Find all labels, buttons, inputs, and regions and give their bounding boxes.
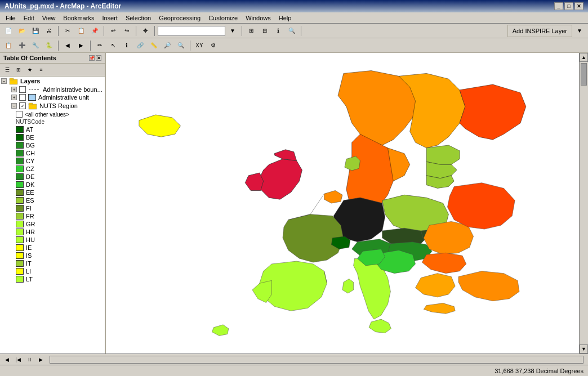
nuts-entry-cy[interactable]: CY [0, 157, 105, 165]
toc-select-button[interactable]: ★ [25, 65, 35, 75]
admin-unit-layer[interactable]: + Administrative unit [0, 93, 105, 101]
toc-options-button[interactable]: ≡ [36, 65, 46, 75]
toc-pin-button[interactable]: 📌 [89, 55, 95, 61]
toc-content[interactable]: − Layers + Administrative boun... + Admi… [0, 77, 105, 353]
nuts-entry-hu[interactable]: HU [0, 236, 105, 244]
nuts-region-layer[interactable]: − ✓ NUTS Region [0, 101, 105, 110]
identify2-button[interactable]: ℹ [121, 39, 133, 52]
menu-item-customize[interactable]: Customize [205, 14, 241, 23]
python-button[interactable]: 🐍 [43, 39, 55, 52]
nuts-swatch-hu [16, 236, 24, 243]
nuts-entry-hr[interactable]: HR [0, 228, 105, 236]
menu-item-file[interactable]: File [2, 14, 19, 23]
scroll-thumb[interactable] [581, 63, 587, 86]
menu-item-selection[interactable]: Selection [122, 14, 154, 23]
nuts-entry-bg[interactable]: BG [0, 141, 105, 149]
nuts-entry-it[interactable]: IT [0, 259, 105, 267]
inspire-dropdown[interactable]: ▼ [573, 25, 586, 37]
add-data-button[interactable]: ➕ [16, 39, 28, 52]
nuts-entry-fi[interactable]: FI [0, 204, 105, 212]
select-button[interactable]: ↖ [107, 39, 119, 52]
toc-button[interactable]: 📋 [2, 39, 15, 52]
cut-button[interactable]: ✂ [61, 25, 74, 37]
zoom-full-button[interactable]: ⊞ [245, 25, 257, 37]
search-button[interactable]: 🔍 [286, 25, 298, 37]
nuts-entry-li[interactable]: LI [0, 267, 105, 275]
nuts-entry-gr[interactable]: GR [0, 220, 105, 228]
measure-button[interactable]: 📏 [148, 39, 160, 52]
maximize-button[interactable]: □ [564, 2, 573, 10]
redo-button[interactable]: ↪ [121, 25, 133, 37]
find-button[interactable]: 🔎 [161, 39, 173, 52]
nuts-other-checkbox[interactable] [16, 111, 23, 118]
undo-button[interactable]: ↩ [107, 25, 119, 37]
open-button[interactable]: 📂 [16, 25, 28, 37]
nuts-entry-at[interactable]: AT [0, 126, 105, 133]
toolbar-row-1: 📄 📂 💾 🖨 ✂ 📋 📌 ↩ ↪ ✥ 1:33,613,407 ▼ ⊞ ⊟ ℹ… [0, 24, 588, 38]
inspire-button[interactable]: Add INSPIRE Layer [507, 25, 572, 37]
edit-button[interactable]: ✏ [93, 39, 106, 52]
nuts-expand[interactable]: − [11, 103, 17, 109]
scroll-up-button[interactable]: ▲ [580, 53, 588, 62]
menu-item-edit[interactable]: Edit [20, 14, 38, 23]
menu-item-view[interactable]: View [39, 14, 59, 23]
menu-item-geoprocessing[interactable]: Geoprocessing [155, 14, 204, 23]
menu-item-help[interactable]: Help [275, 14, 295, 23]
layers-group-item[interactable]: − Layers [0, 77, 105, 86]
admin-unit-expand[interactable]: + [11, 95, 17, 100]
save-button[interactable]: 💾 [29, 25, 42, 37]
hyperlink-button[interactable]: 🔗 [134, 39, 146, 52]
menu-item-windows[interactable]: Windows [242, 14, 274, 23]
nuts-entry-be[interactable]: BE [0, 133, 105, 141]
nuts-checkbox[interactable]: ✓ [19, 102, 26, 109]
nuts-entry-is[interactable]: IS [0, 252, 105, 259]
xy-button[interactable]: XY [193, 39, 206, 52]
admin-bound-expand[interactable]: + [11, 87, 17, 92]
nuts-entry-ee[interactable]: EE [0, 189, 105, 196]
map-start-button[interactable]: |◀ [14, 355, 23, 364]
nuts-entry-ch[interactable]: CH [0, 149, 105, 157]
menu-item-bookmarks[interactable]: Bookmarks [60, 14, 97, 23]
nuts-entry-lt[interactable]: LT [0, 275, 105, 283]
scroll-track[interactable] [580, 62, 588, 344]
close-button[interactable]: ✕ [574, 2, 583, 10]
paste-button[interactable]: 📌 [88, 25, 101, 37]
admin-bound-layer[interactable]: + Administrative boun... [0, 86, 105, 93]
copy-button[interactable]: 📋 [75, 25, 87, 37]
scale-input[interactable]: 1:33,613,407 [158, 26, 225, 36]
arc-toolbox-button[interactable]: 🔧 [29, 39, 42, 52]
identify-button[interactable]: ℹ [272, 25, 284, 37]
toc-list-button[interactable]: ☰ [2, 65, 12, 75]
search2-button[interactable]: 🔍 [175, 39, 187, 52]
scale-dropdown[interactable]: ▼ [226, 25, 239, 37]
nuts-entry-fr[interactable]: FR [0, 212, 105, 220]
layers-group-label: Layers [20, 78, 40, 84]
nuts-swatch-fr [16, 213, 24, 220]
map-area[interactable] [106, 53, 579, 353]
map-prev-button[interactable]: ◀ [2, 355, 11, 364]
scroll-down-button[interactable]: ▼ [580, 344, 588, 353]
pan-button[interactable]: ✥ [139, 25, 152, 37]
toc-close-button[interactable]: ✕ [96, 55, 101, 61]
nuts-entry-ie[interactable]: IE [0, 244, 105, 252]
layers-expand-icon[interactable]: − [1, 78, 7, 84]
forward-button[interactable]: ▶ [75, 39, 87, 52]
zoom-extent-button[interactable]: ⊟ [259, 25, 271, 37]
extra-button[interactable]: ⚙ [207, 39, 219, 52]
right-scrollbar[interactable]: ▲ ▼ [579, 53, 588, 353]
menu-item-insert[interactable]: Insert [99, 14, 121, 23]
back-button[interactable]: ◀ [61, 39, 74, 52]
admin-unit-checkbox[interactable] [19, 94, 26, 101]
print-button[interactable]: 🖨 [43, 25, 55, 37]
admin-bound-checkbox[interactable] [19, 86, 26, 93]
new-button[interactable]: 📄 [2, 25, 15, 37]
minimize-button[interactable]: _ [554, 2, 563, 10]
nuts-entry-es[interactable]: ES [0, 196, 105, 204]
map-timeline-bar[interactable] [50, 356, 583, 364]
map-pause-button[interactable]: ⏸ [25, 355, 34, 364]
nuts-entry-dk[interactable]: DK [0, 181, 105, 189]
map-next-button[interactable]: ▶ [36, 355, 45, 364]
nuts-entry-de[interactable]: DE [0, 173, 105, 181]
toc-group-button[interactable]: ⊞ [14, 65, 24, 75]
nuts-entry-cz[interactable]: CZ [0, 165, 105, 173]
